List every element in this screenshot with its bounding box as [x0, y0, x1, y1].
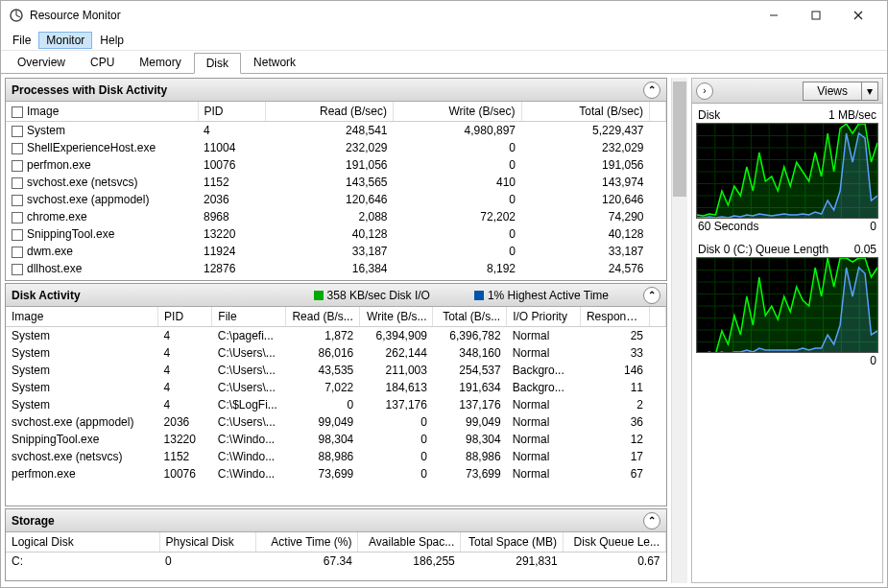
table-row[interactable]: svchost.exe (appmodel)2036120,6460120,64…: [6, 191, 666, 208]
column-header[interactable]: Physical Disk: [159, 532, 255, 553]
chart-min: 0: [870, 220, 876, 233]
chart-title: Disk 0 (C:) Queue Length: [698, 243, 828, 256]
table-row[interactable]: System4C:\$LogFi...0137,176137,176Normal…: [6, 396, 666, 413]
table-row[interactable]: ShellExperienceHost.exe11004232,0290232,…: [6, 139, 666, 156]
svg-rect-2: [812, 12, 820, 19]
table-row[interactable]: chrome.exe89682,08872,20274,290: [6, 208, 666, 225]
green-indicator-icon: [314, 291, 324, 300]
titlebar: Resource Monitor: [1, 1, 887, 30]
menu-monitor[interactable]: Monitor: [38, 32, 92, 49]
column-header[interactable]: Active Time (%): [255, 532, 358, 553]
disk-io-stat: 358 KB/sec Disk I/O: [327, 289, 430, 302]
collapse-button[interactable]: ⌃: [643, 82, 660, 99]
vertical-scrollbar[interactable]: [671, 78, 687, 583]
table-row[interactable]: svchost.exe (appmodel)2036C:\Users\...99…: [6, 413, 666, 431]
chevron-down-icon: ▾: [861, 82, 877, 100]
disk-activity-panel: Disk Activity 358 KB/sec Disk I/O 1% Hig…: [5, 283, 667, 506]
checkbox[interactable]: [12, 126, 23, 137]
table-row[interactable]: SnippingTool.exe1322040,128040,128: [6, 225, 666, 243]
table-row[interactable]: System4248,5414,980,8975,229,437: [6, 122, 666, 140]
table-row[interactable]: svchost.exe (netsvcs)1152C:\Windo...88,9…: [6, 448, 666, 465]
close-button[interactable]: [837, 1, 879, 30]
column-header[interactable]: Logical Disk: [6, 532, 159, 553]
column-header[interactable]: Write (B/s...: [359, 307, 433, 327]
column-header[interactable]: Image: [6, 307, 158, 327]
chart-min: 0: [870, 354, 876, 367]
checkbox[interactable]: [12, 195, 23, 206]
tab-disk[interactable]: Disk: [194, 53, 241, 74]
menu-file[interactable]: File: [5, 32, 38, 49]
checkbox[interactable]: [12, 247, 23, 258]
storage-panel: Storage ⌃ Logical DiskPhysical DiskActiv…: [5, 508, 667, 581]
checkbox[interactable]: [12, 229, 23, 241]
charts-sidebar: › Views ▾ Disk 1 MB/sec 60 Seconds 0 Dis…: [691, 78, 883, 583]
tab-network[interactable]: Network: [241, 52, 308, 73]
column-header[interactable]: Write (B/sec): [394, 102, 522, 122]
panel-title: Processes with Disk Activity: [12, 83, 167, 97]
processes-table[interactable]: ImagePIDRead (B/sec)Write (B/sec)Total (…: [6, 102, 666, 280]
chart-max: 0.05: [854, 243, 876, 256]
checkbox[interactable]: [12, 160, 23, 172]
scrollbar-thumb[interactable]: [673, 82, 686, 197]
app-icon: [9, 8, 24, 23]
table-row[interactable]: svchost.exe (netsvcs)1152143,565410143,9…: [6, 174, 666, 191]
collapse-button[interactable]: ⌃: [643, 512, 660, 529]
column-header[interactable]: I/O Priority: [507, 307, 581, 327]
column-header[interactable]: Total (B/s...: [433, 307, 507, 327]
column-header[interactable]: Read (B/s...: [286, 307, 360, 327]
processes-disk-panel: Processes with Disk Activity ⌃ ImagePIDR…: [5, 78, 667, 281]
chart-max: 1 MB/sec: [828, 108, 876, 122]
table-row[interactable]: dllhost.exe1287616,3848,19224,576: [6, 260, 666, 277]
maximize-button[interactable]: [795, 1, 837, 30]
collapse-button[interactable]: ⌃: [643, 287, 660, 304]
chart-xaxis: 60 Seconds: [698, 220, 758, 233]
active-time-stat: 1% Highest Active Time: [488, 289, 609, 302]
panel-title: Storage: [12, 514, 55, 528]
disk-chart: [696, 123, 878, 219]
checkbox[interactable]: [12, 177, 23, 189]
tab-overview[interactable]: Overview: [5, 52, 78, 73]
column-header[interactable]: PID: [158, 307, 212, 327]
table-row[interactable]: dwm.exe1192433,187033,187: [6, 243, 666, 260]
checkbox[interactable]: [12, 106, 23, 118]
table-row[interactable]: System4C:\Users\...7,022184,613191,634Ba…: [6, 379, 666, 396]
column-header[interactable]: Total Space (MB): [461, 532, 564, 553]
blue-indicator-icon: [474, 291, 484, 300]
column-header[interactable]: Image: [6, 102, 198, 122]
table-row[interactable]: SnippingTool.exe13220C:\Windo...98,30409…: [6, 431, 666, 448]
views-label: Views: [804, 82, 861, 100]
queue-chart: [696, 257, 878, 353]
storage-table[interactable]: Logical DiskPhysical DiskActive Time (%)…: [6, 532, 666, 580]
checkbox[interactable]: [12, 264, 23, 275]
panel-title: Disk Activity: [12, 289, 81, 302]
table-row[interactable]: perfmon.exe10076C:\Windo...73,699073,699…: [6, 465, 666, 482]
minimize-button[interactable]: [753, 1, 795, 30]
tab-cpu[interactable]: CPU: [78, 52, 127, 73]
column-header[interactable]: File: [212, 307, 286, 327]
table-row[interactable]: C:067.34186,255291,8310.67: [6, 553, 666, 571]
menubar: FileMonitorHelp: [1, 30, 887, 51]
disk-activity-table[interactable]: ImagePIDFileRead (B/s...Write (B/s...Tot…: [6, 307, 666, 506]
table-row[interactable]: perfmon.exe10076191,0560191,056: [6, 156, 666, 174]
column-header[interactable]: Response...: [580, 307, 649, 327]
views-button[interactable]: Views ▾: [803, 82, 878, 101]
checkbox[interactable]: [12, 212, 23, 223]
column-header[interactable]: PID: [198, 102, 265, 122]
column-header[interactable]: Available Spac...: [358, 532, 461, 553]
column-header[interactable]: Disk Queue Le...: [564, 532, 666, 553]
checkbox[interactable]: [12, 143, 23, 154]
column-header[interactable]: Read (B/sec): [265, 102, 394, 122]
table-row[interactable]: System4C:\Users\...86,016262,144348,160N…: [6, 344, 666, 362]
window-title: Resource Monitor: [30, 9, 753, 22]
table-row[interactable]: System4C:\Users\...43,535211,003254,537B…: [6, 362, 666, 379]
chart-title: Disk: [698, 108, 720, 122]
menu-help[interactable]: Help: [92, 32, 132, 49]
tab-memory[interactable]: Memory: [127, 52, 193, 73]
table-row[interactable]: System4C:\pagefi...1,8726,394,9096,396,7…: [6, 327, 666, 345]
column-header[interactable]: Total (B/sec): [521, 102, 650, 122]
expand-sidebar-button[interactable]: ›: [696, 82, 713, 100]
tabstrip: OverviewCPUMemoryDiskNetwork: [1, 51, 887, 74]
